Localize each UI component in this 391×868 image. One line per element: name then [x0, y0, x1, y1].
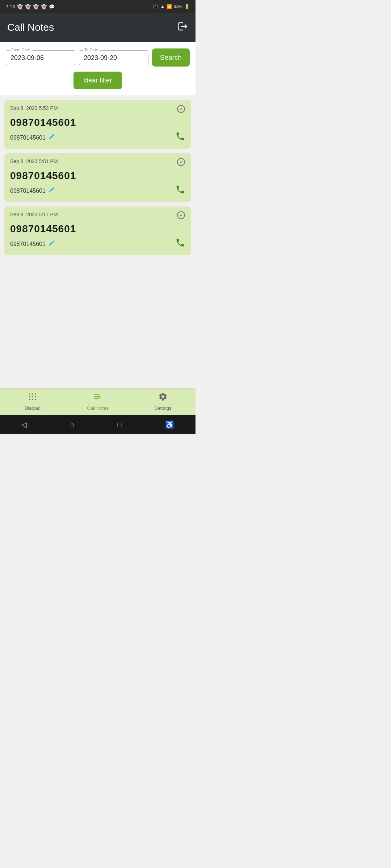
from-date-field[interactable]: From Date	[6, 50, 75, 65]
call-datetime: Sep 8, 2023 5:53 PM	[10, 105, 58, 111]
snapchat4-icon: 👻	[41, 4, 47, 9]
call-card[interactable]: Sep 8, 2023 5:53 PM 09870145601 09870145…	[4, 100, 191, 149]
edit-icon[interactable]	[49, 240, 55, 248]
call-card[interactable]: Sep 8, 2023 5:51 PM 09870145601 09870145…	[4, 153, 191, 202]
settings-label: Settings	[155, 405, 172, 411]
top-bar: Call Notes	[0, 13, 196, 42]
filter-area: From Date To Date Search clear filter	[0, 42, 196, 95]
edit-icon[interactable]	[49, 133, 55, 142]
snapchat-icon: 👻	[17, 4, 23, 9]
wifi-icon: ▲	[160, 4, 165, 9]
card-footer: 09870145601	[10, 184, 185, 197]
dialpad-label: Dialpad	[25, 405, 41, 411]
call-number-sub: 09870145601	[10, 240, 55, 248]
call-datetime: Sep 8, 2023 5:17 PM	[10, 212, 58, 217]
search-button[interactable]: Search	[152, 48, 190, 67]
date-row: From Date To Date Search	[6, 48, 190, 67]
vibrate-icon: 📳	[153, 4, 159, 9]
call-notes-label: Call Notes	[87, 405, 109, 411]
nav-item-call-notes[interactable]: Call Notes	[65, 392, 130, 411]
nav-item-dialpad[interactable]: Dialpad	[0, 392, 65, 411]
snapchat2-icon: 👻	[25, 4, 31, 9]
back-button[interactable]: ◁	[21, 420, 27, 429]
time-display: 7:13	[6, 4, 15, 9]
call-number-sub: 09870145601	[10, 187, 55, 195]
card-footer: 09870145601	[10, 238, 185, 250]
call-number-main: 09870145601	[10, 223, 185, 235]
card-header: Sep 8, 2023 5:51 PM	[10, 158, 185, 169]
home-button[interactable]: ○	[70, 421, 74, 429]
logout-icon[interactable]	[177, 21, 188, 34]
check-icon	[177, 211, 185, 222]
recents-button[interactable]: □	[117, 421, 122, 429]
nav-item-settings[interactable]: Settings	[130, 392, 196, 411]
check-icon	[177, 158, 185, 169]
from-date-label: From Date	[10, 48, 31, 52]
svg-point-10	[32, 399, 33, 400]
card-header: Sep 8, 2023 5:53 PM	[10, 105, 185, 115]
card-footer: 09870145601	[10, 131, 185, 144]
svg-point-7	[32, 396, 33, 397]
system-nav: ◁ ○ □ ♿	[0, 415, 196, 434]
to-date-label: To Date	[83, 48, 100, 52]
settings-icon	[158, 392, 168, 404]
call-phone-icon[interactable]	[175, 131, 185, 144]
call-number-main: 09870145601	[10, 170, 185, 182]
card-header: Sep 8, 2023 5:17 PM	[10, 212, 185, 222]
accessibility-button[interactable]: ♿	[165, 420, 174, 429]
status-right: 📳 ▲ 📶 33% 🔋	[153, 4, 190, 9]
svg-point-4	[32, 393, 33, 395]
to-date-field[interactable]: To Date	[79, 50, 148, 65]
list-area: Sep 8, 2023 5:53 PM 09870145601 09870145…	[0, 95, 196, 388]
call-datetime: Sep 8, 2023 5:51 PM	[10, 158, 58, 164]
call-phone-icon[interactable]	[175, 184, 185, 197]
svg-point-6	[29, 396, 30, 397]
call-number-main: 09870145601	[10, 117, 185, 128]
check-icon	[177, 105, 185, 115]
clear-row: clear filter	[6, 72, 190, 92]
status-bar: 7:13 👻 👻 👻 👻 💬 📳 ▲ 📶 33% 🔋	[0, 0, 196, 13]
call-phone-icon[interactable]	[175, 238, 185, 250]
svg-point-8	[35, 396, 36, 397]
svg-point-5	[35, 393, 36, 395]
svg-point-9	[29, 399, 30, 400]
svg-point-3	[29, 393, 30, 395]
snapchat3-icon: 👻	[33, 4, 39, 9]
status-left: 7:13 👻 👻 👻 👻 💬	[6, 4, 55, 9]
whatsapp-icon: 💬	[49, 4, 55, 9]
call-number-sub: 09870145601	[10, 133, 55, 142]
to-date-input[interactable]	[84, 54, 144, 62]
call-card[interactable]: Sep 8, 2023 5:17 PM 09870145601 09870145…	[4, 207, 191, 255]
battery-display: 33%	[174, 4, 182, 9]
dialpad-icon	[28, 392, 37, 404]
clear-filter-button[interactable]: clear filter	[73, 72, 122, 89]
bottom-nav: Dialpad Call Notes Settings	[0, 388, 196, 415]
battery-icon: 🔋	[184, 4, 190, 9]
from-date-input[interactable]	[10, 54, 71, 62]
edit-icon[interactable]	[49, 187, 55, 195]
svg-point-11	[35, 399, 36, 400]
signal-icon: 📶	[167, 4, 172, 9]
call-notes-icon	[93, 392, 102, 404]
page-title: Call Notes	[7, 22, 54, 33]
